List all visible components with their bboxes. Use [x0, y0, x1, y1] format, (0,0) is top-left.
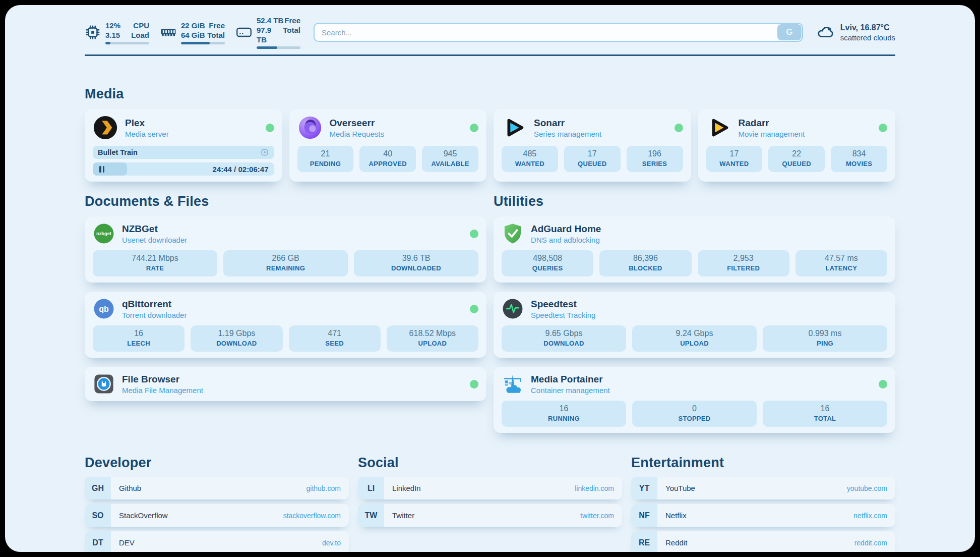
card-plex[interactable]: Plex Media server Bullet Train 24:44 / 0…: [85, 109, 282, 182]
stat-box: 47.57 ms LATENCY: [795, 250, 887, 276]
card-filebrowser[interactable]: File Browser Media File Management: [85, 367, 486, 401]
memory-progress-bar: [181, 42, 225, 44]
svg-text:nzbget: nzbget: [96, 231, 111, 236]
radarr-icon: [706, 115, 731, 140]
card-subtitle: Usenet downloader: [122, 235, 187, 245]
cpu-icon: [85, 24, 101, 40]
disk-free: 52.4 TB: [257, 16, 283, 25]
bookmark-netflix[interactable]: NF Netflix netflix.com: [631, 504, 895, 527]
card-subtitle: Torrent downloader: [122, 310, 187, 320]
stat-box: 744.21 Mbps RATE: [93, 250, 217, 276]
disk-free-label: Free: [284, 16, 300, 25]
memory-total-label: Total: [207, 30, 225, 40]
stat-box: 40 APPROVED: [359, 146, 416, 172]
card-adguard[interactable]: AdGuard Home DNS and adblocking 498,508 …: [494, 216, 895, 283]
card-portainer[interactable]: Media Portainer Container management 16 …: [494, 367, 895, 433]
stat-box: 945 AVAILABLE: [422, 146, 478, 172]
bookmark-url: github.com: [307, 484, 341, 492]
cpu-load-label: Load: [131, 30, 149, 40]
filebrowser-icon: [93, 373, 115, 395]
status-dot: [879, 380, 887, 388]
cpu-label: CPU: [133, 21, 149, 30]
bookmark-abbr: YT: [631, 477, 657, 499]
status-dot: [470, 380, 478, 388]
cpu-progress-bar: [105, 42, 149, 44]
bookmark-dev[interactable]: DT DEV dev.to: [85, 531, 349, 552]
status-dot: [470, 230, 478, 238]
card-subtitle: Series management: [534, 129, 601, 139]
weather-condition: scattered clouds: [840, 33, 895, 42]
section-heading-entertainment: Entertainment: [631, 455, 895, 471]
card-qbittorrent[interactable]: qb qBittorrent Torrent downloader 16 LEE…: [85, 292, 486, 358]
status-dot: [470, 305, 478, 313]
card-title: Speedtest: [531, 298, 595, 310]
bookmark-reddit[interactable]: RE Reddit reddit.com: [631, 531, 895, 552]
stat-box: 266 GB REMAINING: [223, 250, 348, 276]
stat-box: 2,953 FILTERED: [698, 250, 789, 276]
stat-box: 196 SERIES: [627, 146, 683, 172]
stat-box: 86,396 BLOCKED: [599, 250, 691, 276]
status-dot: [470, 124, 478, 132]
bookmarks-social: Social LI LinkedIn linkedin.com TW Twitt…: [358, 455, 622, 552]
card-subtitle: Container management: [531, 385, 610, 395]
card-nzbget[interactable]: nzbget NZBGet Usenet downloader 744.21 M…: [85, 216, 486, 283]
sonarr-icon: [502, 115, 527, 140]
portainer-icon: [502, 373, 524, 395]
stat-box: 618.52 Mbps UPLOAD: [387, 325, 478, 352]
gear-icon[interactable]: [260, 148, 269, 157]
bookmark-abbr: TW: [358, 504, 384, 527]
card-sonarr[interactable]: Sonarr Series management 485 WANTED 17 Q…: [494, 109, 691, 182]
card-subtitle: Media File Management: [122, 385, 203, 395]
bookmark-linkedin[interactable]: LI LinkedIn linkedin.com: [358, 477, 622, 499]
playback-progress-bar: 24:44 / 02:06:47: [93, 162, 274, 176]
bookmark-name: Netflix: [665, 511, 687, 520]
bookmark-youtube[interactable]: YT YouTube youtube.com: [631, 477, 895, 499]
card-radarr[interactable]: Radarr Movie management 17 WANTED 22 QUE…: [698, 109, 896, 182]
card-speedtest[interactable]: Speedtest Speedtest Tracking 9.65 Gbps D…: [494, 292, 895, 358]
stat-box: 0.993 ms PING: [763, 325, 887, 352]
card-subtitle: Media server: [125, 129, 169, 139]
cpu-widget: 12% CPU 3.15 Load: [85, 16, 149, 49]
card-subtitle: Speedtest Tracking: [531, 310, 595, 320]
qbittorrent-icon: qb: [93, 298, 115, 320]
now-playing-bar: Bullet Train: [93, 146, 274, 159]
playback-time: 24:44 / 02:06:47: [213, 165, 274, 174]
section-heading-developer: Developer: [85, 455, 349, 471]
plex-icon: [93, 115, 118, 140]
bookmark-abbr: LI: [358, 477, 384, 499]
card-subtitle: Media Requests: [330, 129, 384, 139]
bookmark-url: netflix.com: [853, 512, 887, 520]
bookmark-github[interactable]: GH Github github.com: [85, 477, 349, 499]
bookmark-url: stackoverflow.com: [283, 512, 341, 520]
section-heading-media: Media: [85, 86, 895, 102]
disk-progress-bar: [257, 46, 300, 49]
bookmark-stackoverflow[interactable]: SO StackOverflow stackoverflow.com: [85, 504, 349, 527]
stat-box: 17 QUEUED: [564, 146, 621, 172]
bookmark-abbr: RE: [631, 531, 657, 552]
utilities-column: Utilities: [494, 194, 895, 433]
adguard-icon: [502, 222, 524, 245]
card-title: qBittorrent: [122, 298, 187, 310]
card-title: NZBGet: [122, 223, 187, 235]
card-overseerr[interactable]: Overseerr Media Requests 21 PENDING 40 A…: [289, 109, 487, 182]
bookmarks-developer: Developer GH Github github.com SO StackO…: [85, 455, 349, 552]
card-title: Radarr: [739, 117, 805, 129]
section-heading-utilities: Utilities: [494, 194, 895, 209]
bookmark-url: linkedin.com: [575, 484, 614, 492]
cpu-load: 3.15: [105, 30, 120, 40]
search-input[interactable]: [314, 23, 803, 42]
memory-free-label: Free: [209, 21, 225, 30]
card-title: Plex: [125, 117, 169, 129]
bookmark-twitter[interactable]: TW Twitter twitter.com: [358, 504, 622, 527]
stat-box: 16 RUNNING: [502, 401, 626, 427]
bookmark-abbr: DT: [85, 531, 111, 552]
card-title: Overseerr: [330, 117, 384, 129]
bookmark-name: LinkedIn: [392, 484, 421, 492]
google-search-button[interactable]: G: [777, 24, 802, 40]
bookmark-abbr: SO: [85, 504, 111, 527]
stat-box: 16 TOTAL: [763, 401, 887, 427]
stat-box: 1.19 Gbps DOWNLOAD: [191, 325, 282, 352]
card-title: Sonarr: [534, 117, 601, 129]
card-subtitle: Movie management: [739, 129, 805, 139]
system-stats: 12% CPU 3.15 Load: [85, 16, 300, 49]
